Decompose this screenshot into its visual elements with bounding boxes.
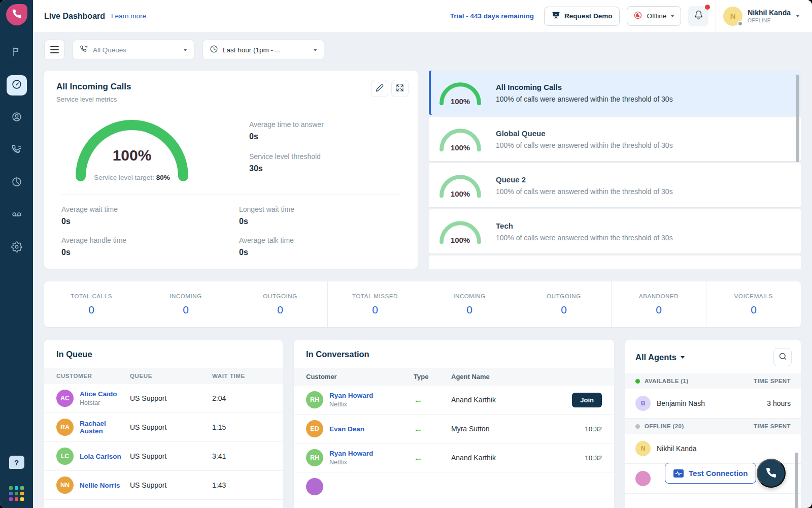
customer-name-link[interactable]: Lola Carlson [80,453,121,460]
queue-metric-item[interactable]: 100% All Incoming Calls 100% of calls we… [429,71,801,115]
queue-metric-item[interactable] [429,256,801,269]
in-queue-header: CUSTOMER QUEUE WAIT TIME [44,368,283,384]
queue-cell: US Support [130,394,212,402]
stat-label: VOICEMAILS [734,293,773,299]
sidebar: ? [0,0,33,508]
request-demo-button[interactable]: Request Demo [544,7,620,26]
user-avatar: N [723,7,742,26]
available-status-dot [635,379,640,384]
customer-avatar: AC [56,390,74,407]
customer-name-link[interactable]: Evan Dean [329,425,364,433]
apps-grid-icon[interactable] [9,486,24,501]
expand-icon [396,84,404,93]
agent-name: Benjamin Nash [657,399,705,407]
call-metrics-icon [11,144,22,157]
stat-label: OUTGOING [547,293,581,299]
offline-moon-icon [633,11,642,21]
test-connection-button[interactable]: Test Connection [665,463,756,484]
learn-more-link[interactable]: Learn more [111,12,146,20]
phone-widget-button[interactable] [757,459,786,488]
page-title: Live Dashboard [44,12,105,21]
queue-filter-dropdown[interactable]: All Queues [73,40,194,60]
time-filter-dropdown[interactable]: Last hour (1pm - ... [202,40,324,60]
sidebar-item-admin[interactable] [7,238,27,258]
agent-name: Nikhil Kanda [657,444,697,453]
customer-company: Netflix [329,401,373,408]
customer-avatar: ED [306,420,323,437]
agent-name-cell: Anand Karthik [451,396,558,404]
in-queue-title: In Queue [56,350,92,359]
app-window: ? Live Dashboard Learn more Trial - 443 … [0,0,812,508]
customer-name-link[interactable]: Nellie Norris [80,482,120,489]
customer-avatar: RH [306,449,323,466]
in-queue-row: NN Nellie Norris US Support 1:43 [44,471,283,500]
stat-item: INCOMING 0 [139,281,233,327]
sidebar-item-onboarding[interactable] [7,43,27,63]
freshcaller-logo[interactable] [6,4,27,25]
in-conversation-row [294,472,614,501]
in-conversation-panel: In Conversation Customer Type Agent Name… [294,340,614,508]
queue-gauge [438,265,483,269]
queue-metric-item[interactable]: 100% Queue 2 100% of calls were answered… [429,163,801,207]
queue-metrics-panel: 100% All Incoming Calls 100% of calls we… [429,71,801,269]
incoming-call-arrow-icon: ← [414,453,451,463]
in-conversation-row: ED Evan Dean ← Myra Sutton 10:32 [294,415,614,443]
stat-item: INCOMING 0 [422,281,517,327]
help-button[interactable]: ? [9,456,24,469]
sidebar-item-contacts[interactable] [7,108,27,128]
filter-bar: All Queues Last hour (1pm - ... [33,32,812,67]
notifications-button[interactable] [688,6,708,26]
stat-item: TOTAL MISSED 0 [327,281,422,327]
sidebar-toggle-button[interactable] [44,40,64,60]
queue-cell: US Support [130,481,212,489]
sidebar-item-dashboard[interactable] [7,75,27,96]
call-duration-cell: 10:32 [585,425,602,433]
search-icon [779,352,787,362]
in-conversation-row: RH Ryan Howard Netflix ← Anand Karthik J… [294,386,614,415]
queue-metric-item[interactable]: 100% Tech 100% of calls were answered wi… [429,209,801,253]
chevron-down-icon [796,15,800,17]
agent-name-cell: Myra Sutton [451,425,558,433]
customer-avatar: NN [56,477,74,494]
user-menu[interactable]: N Nikhil Kanda OFFLINE [723,7,800,26]
queue-filter-icon [80,45,88,55]
sidebar-item-voicemail[interactable] [7,205,27,226]
presence-dropdown[interactable]: Offline [627,6,681,26]
user-name: Nikhil Kanda [748,9,791,17]
stat-label: OUTGOING [263,293,297,299]
user-status-dot [737,21,743,26]
customer-avatar: LC [56,448,74,465]
queue-filter-value: All Queues [93,46,126,54]
metric-avg-time-to-answer: Average time to answer 0s [249,120,324,141]
service-card-title: All Incoming Calls [56,82,405,92]
queue-panel-scrollbar[interactable] [796,75,799,162]
sidebar-item-metrics[interactable] [7,173,27,193]
stat-label: INCOMING [453,293,486,299]
customer-name-link[interactable]: Ryan Howard [329,392,373,399]
agent-row: B Benjamin Nash 3 hours [625,389,801,419]
expand-widget-button[interactable] [391,80,409,97]
queue-description: 100% of calls were answered within the t… [496,141,673,149]
incoming-call-arrow-icon: ← [414,395,451,405]
agent-avatar: N [635,441,651,456]
chevron-down-icon [313,49,317,51]
agents-scrollbar[interactable] [795,453,798,508]
edit-widget-button[interactable] [371,80,388,97]
wait-time-cell: 1:43 [212,481,270,489]
in-conversation-header: Customer Type Agent Name [294,368,614,386]
queue-gauge: 100% [438,173,483,198]
queue-gauge: 100% [438,126,483,152]
in-queue-row: RA Rachael Austen US Support 1:15 [44,413,283,442]
queue-name: Queue 2 [496,175,673,184]
agents-filter-dropdown[interactable]: All Agents [635,353,685,362]
join-call-button[interactable]: Join [572,393,602,407]
connection-pulse-icon [673,469,684,478]
queue-metric-item[interactable]: 100% Global Queue 100% of calls were ans… [429,117,801,161]
customer-name-link[interactable]: Ryan Howard [329,450,373,457]
sidebar-item-calls[interactable] [7,140,27,161]
agent-search-button[interactable] [773,348,792,366]
customer-name-link[interactable]: Rachael Austen [80,420,130,435]
stat-item: ABANDONED 0 [611,281,706,327]
customer-name-link[interactable]: Alice Caido [80,390,117,398]
queue-gauge: 100% [438,219,483,244]
